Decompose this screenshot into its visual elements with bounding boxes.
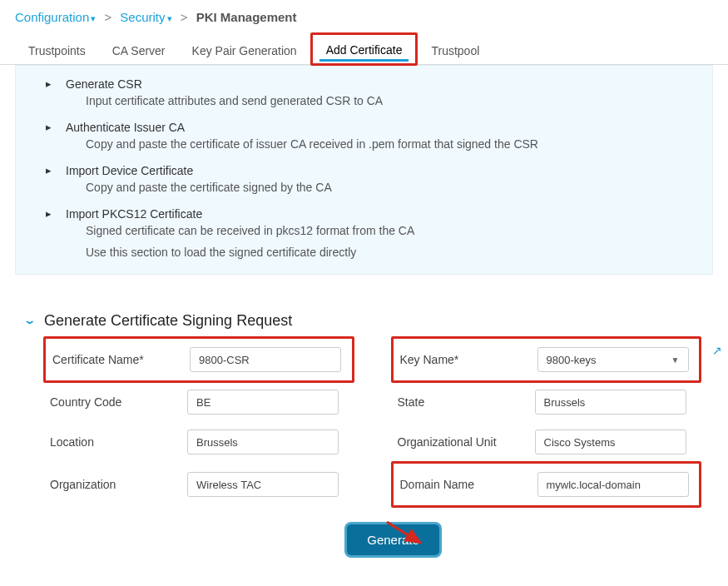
step-desc: Copy and paste the certificate signed by… xyxy=(16,179,712,202)
step-desc: Copy and paste the certificate of issuer… xyxy=(16,136,712,159)
state-label: State xyxy=(398,395,527,409)
tab-trustpool[interactable]: Trustpool xyxy=(418,36,493,64)
bullet-icon: ▸ xyxy=(46,164,52,176)
step-import-device[interactable]: ▸ Import Device Certificate xyxy=(16,159,712,179)
tab-trustpoints[interactable]: Trustpoints xyxy=(15,36,99,64)
location-input[interactable] xyxy=(187,430,339,454)
tab-add-certificate[interactable]: Add Certificate xyxy=(310,32,418,66)
step-desc: Use this section to load the signed cert… xyxy=(16,246,712,267)
step-title: Generate CSR xyxy=(66,77,142,91)
cert-name-label: Certificate Name* xyxy=(52,353,181,366)
org-label: Organization xyxy=(50,478,179,491)
chevron-right-icon: > xyxy=(181,10,188,24)
field-ou: Organizational Unit xyxy=(398,430,696,454)
field-key-name: Key Name* 9800-keys ▼ ↗ xyxy=(391,336,702,383)
country-label: Country Code xyxy=(50,395,179,409)
step-title: Import Device Certificate xyxy=(66,164,193,177)
steps-panel: ▸ Generate CSR Input certificate attribu… xyxy=(15,65,713,275)
cert-name-input[interactable] xyxy=(190,347,341,372)
bullet-icon: ▸ xyxy=(46,207,52,220)
section-title: Generate Certificate Signing Request xyxy=(44,312,292,330)
bullet-icon: ▸ xyxy=(46,121,52,133)
location-label: Location xyxy=(50,435,179,449)
key-name-label: Key Name* xyxy=(400,353,529,366)
key-name-value: 9800-keys xyxy=(547,354,597,366)
bullet-icon: ▸ xyxy=(46,77,52,90)
popout-icon[interactable]: ↗ xyxy=(712,344,722,357)
section-header[interactable]: ⌄ Generate Certificate Signing Request xyxy=(0,295,728,336)
breadcrumb-security[interactable]: Security xyxy=(120,10,171,24)
generate-row: Generate xyxy=(0,516,728,572)
field-location: Location xyxy=(50,430,348,454)
step-import-pkcs12[interactable]: ▸ Import PKCS12 Certificate xyxy=(16,202,712,222)
tabs: Trustpoints CA Server Key Pair Generatio… xyxy=(0,32,728,65)
field-country: Country Code xyxy=(50,390,348,415)
field-state: State xyxy=(398,390,696,415)
breadcrumb-current: PKI Management xyxy=(196,10,297,24)
chevron-down-icon: ⌄ xyxy=(23,314,36,326)
step-title: Import PKCS12 Certificate xyxy=(66,207,202,221)
tab-ca-server[interactable]: CA Server xyxy=(99,36,179,64)
field-domain: Domain Name xyxy=(391,461,702,508)
domain-input[interactable] xyxy=(537,472,689,497)
breadcrumb: Configuration > Security > PKI Managemen… xyxy=(0,0,728,32)
ou-label: Organizational Unit xyxy=(398,435,527,449)
chevron-down-icon: ▼ xyxy=(671,355,680,365)
step-desc: Signed certificate can be received in pk… xyxy=(16,222,712,246)
breadcrumb-configuration[interactable]: Configuration xyxy=(15,10,96,24)
key-name-select[interactable]: 9800-keys ▼ xyxy=(537,347,689,372)
org-input[interactable] xyxy=(187,472,339,497)
domain-label: Domain Name xyxy=(400,478,529,491)
step-desc: Input certificate attributes and send ge… xyxy=(16,92,712,116)
step-generate-csr[interactable]: ▸ Generate CSR xyxy=(16,72,712,92)
field-cert-name: Certificate Name* xyxy=(43,336,354,383)
chevron-right-icon: > xyxy=(104,10,111,24)
step-auth-issuer[interactable]: ▸ Authenticate Issuer CA xyxy=(16,116,712,136)
tab-keypair[interactable]: Key Pair Generation xyxy=(179,36,310,64)
field-org: Organization xyxy=(50,469,348,499)
step-title: Authenticate Issuer CA xyxy=(66,121,185,134)
ou-input[interactable] xyxy=(535,430,686,454)
country-input[interactable] xyxy=(187,390,339,415)
generate-button[interactable]: Generate xyxy=(347,524,439,555)
csr-form: Certificate Name* Key Name* 9800-keys ▼ … xyxy=(0,336,728,516)
state-input[interactable] xyxy=(535,390,686,415)
